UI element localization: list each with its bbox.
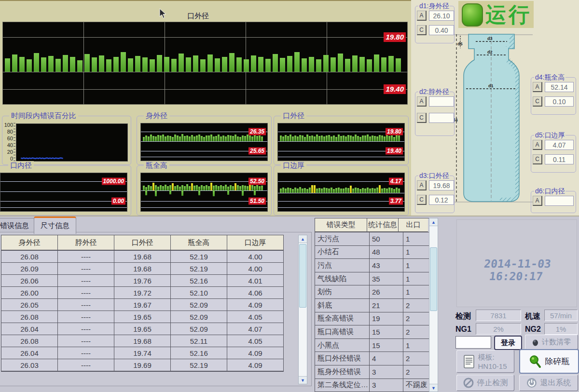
c-key-button[interactable]: C (417, 195, 427, 205)
table-cell: 19.74 (114, 347, 171, 359)
bar (162, 135, 164, 141)
a-value-field[interactable]: 4.07 (545, 140, 574, 150)
bar (247, 135, 248, 141)
scroll-thumb[interactable] (299, 244, 306, 308)
error-table-scrollbar[interactable]: ▲ ▼ (429, 218, 438, 392)
a-key-button[interactable]: A (417, 96, 427, 107)
c-value-field[interactable]: 0.12 (429, 195, 454, 205)
bar (362, 135, 364, 141)
machine-speed-field[interactable]: 57/min (544, 310, 578, 321)
a-key-button[interactable]: A (417, 180, 427, 190)
table-row[interactable]: 小结石481 (315, 246, 435, 259)
c-key-button[interactable]: C (533, 154, 542, 164)
table-row[interactable]: 污点431 (315, 259, 435, 272)
table-cell: 15 (370, 325, 403, 339)
bar (237, 185, 239, 190)
table-row[interactable]: 26.04----19.6552.094.07 (1, 323, 283, 335)
table-row[interactable]: 26.09----19.6852.194.00 (1, 263, 283, 275)
a-value-field[interactable] (429, 96, 454, 107)
a-key-button[interactable]: A (533, 140, 542, 150)
table-row[interactable]: 大污点501 (315, 232, 435, 246)
ng2-field[interactable]: 1% (544, 323, 578, 335)
table-row[interactable]: 斜底212 (315, 299, 435, 312)
table-cell: 26.03 (1, 359, 58, 371)
exit-system-button[interactable]: 退出系统 (519, 375, 578, 391)
dimension-table-header: 身外径脖外径口外径瓶全高口边厚 (1, 235, 283, 251)
scroll-thumb[interactable] (430, 247, 437, 311)
a-value-field[interactable]: 26.10 (429, 11, 454, 21)
table-row[interactable]: 26.04----19.7452.164.09 (1, 347, 283, 359)
table-row[interactable]: 26.06----19.7652.164.01 (1, 275, 283, 287)
scroll-up-icon[interactable]: ▲ (299, 235, 307, 243)
table-cell: 19.65 (114, 311, 171, 323)
bar (384, 188, 386, 193)
a-value-field[interactable]: 19.68 (429, 180, 454, 190)
ng2-label: NG2 (525, 325, 541, 334)
tab-size-info[interactable]: 尺寸信息 (34, 216, 76, 234)
c-value-field[interactable] (429, 113, 454, 123)
bar (306, 135, 308, 141)
table-row[interactable]: 26.05----19.6752.094.09 (1, 299, 283, 311)
table-row[interactable]: 瓶口外径错误42 (315, 352, 435, 365)
bar (227, 135, 229, 141)
table-row[interactable]: 划伤261 (315, 285, 435, 299)
table-row[interactable]: 26.08----19.6852.194.00 (1, 251, 283, 263)
a-key-button[interactable]: A (417, 11, 427, 21)
login-input[interactable] (455, 336, 491, 349)
table-row[interactable]: 小黑点151 (315, 339, 435, 352)
table-row[interactable]: 瓶全高错误192 (315, 312, 435, 326)
table-row[interactable]: 瓶身外径错误32 (315, 365, 435, 379)
table-row[interactable]: 第二条线定位…3不踢废 (315, 379, 435, 392)
scroll-up-icon[interactable]: ▲ (429, 218, 438, 226)
percent-chart-title: 时间段内错误百分比 (9, 111, 78, 121)
ng1-field[interactable]: 2% (476, 323, 521, 335)
table-row[interactable]: 26.00----19.7252.104.06 (1, 287, 283, 299)
reset-counter-button[interactable]: 计数清零 (525, 335, 578, 350)
c-value-field[interactable]: 0.11 (545, 154, 574, 164)
bar (186, 135, 188, 141)
a-key-button[interactable]: A (533, 196, 542, 206)
table-row[interactable]: 瓶口高错误152 (315, 325, 435, 339)
bar (393, 137, 395, 141)
c-key-button[interactable]: C (417, 113, 427, 123)
bar (206, 135, 207, 141)
bar (340, 136, 342, 141)
c-key-button[interactable]: C (417, 25, 427, 35)
login-button[interactable]: 登录 (494, 336, 522, 350)
tab-error-info[interactable]: 错误信息 (0, 218, 36, 233)
bar (304, 137, 306, 141)
bar (201, 185, 203, 191)
dimension-table-scrollbar[interactable]: ▲ ▼ (298, 235, 307, 384)
bar (345, 59, 350, 72)
table-row[interactable]: 26.03----19.6952.194.09 (1, 359, 283, 371)
bar (160, 185, 162, 190)
table-cell: 19.76 (114, 275, 171, 287)
c-value-field[interactable]: 0.10 (545, 96, 574, 107)
table-row[interactable]: 26.08----19.6852.114.05 (1, 335, 283, 347)
upper-limit-label: 19.80 (384, 32, 406, 42)
table-row[interactable]: 26.08----19.6552.094.05 (1, 311, 283, 323)
dim-group-label: d5:口边厚 (534, 131, 565, 140)
bar (259, 135, 261, 141)
remove-broken-bottle-button[interactable]: 除碎瓶 (519, 349, 579, 374)
bar (331, 136, 332, 141)
stop-detection-button[interactable]: 停止检测 (456, 375, 514, 391)
scroll-down-icon[interactable]: ▼ (299, 376, 307, 384)
table-row[interactable]: 气线缺陷351 (315, 272, 435, 286)
tick-label: 100 (4, 122, 13, 128)
stop-detection-label: 停止检测 (477, 378, 508, 388)
tick-marks (14, 123, 15, 161)
scroll-down-icon[interactable]: ▼ (429, 384, 438, 392)
template-value: HN10-15 (478, 362, 507, 371)
bar (292, 136, 294, 141)
a-key-button[interactable]: A (533, 82, 542, 92)
bar (215, 185, 217, 191)
a-value-field[interactable] (545, 196, 574, 206)
c-value-field[interactable]: 0.40 (429, 25, 454, 35)
bar (381, 189, 383, 193)
a-value-field[interactable]: 52.14 (545, 82, 574, 92)
template-button[interactable]: 模板: HN10-15 (456, 350, 514, 373)
bar (145, 190, 147, 195)
detect-count-field[interactable]: 7831 (476, 310, 521, 321)
c-key-button[interactable]: C (533, 96, 542, 107)
